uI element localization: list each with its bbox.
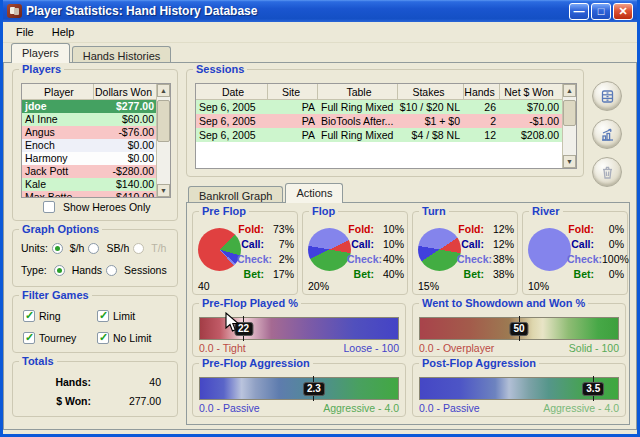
player-row[interactable]: Kale$140.00 bbox=[22, 178, 170, 191]
sessions-scrollbar[interactable]: ▲ ▼ bbox=[562, 84, 576, 168]
type-sessions-radio[interactable] bbox=[106, 265, 117, 276]
window-title: Player Statistics: Hand History Database bbox=[26, 4, 569, 18]
menu-bar: File Help bbox=[3, 22, 637, 43]
limit-checkbox[interactable] bbox=[97, 310, 109, 322]
preflop-played-title: Pre-Flop Played % bbox=[199, 297, 301, 309]
scroll-thumb[interactable] bbox=[563, 100, 576, 126]
totals-hands-row: Hands:40 bbox=[13, 376, 177, 388]
scale-min-label: 0.0 - Overplayer bbox=[419, 342, 494, 354]
maximize-button[interactable]: □ bbox=[591, 3, 611, 20]
player-row[interactable]: Harmony$0.00 bbox=[22, 152, 170, 165]
units-dollars-radio[interactable] bbox=[52, 243, 63, 254]
type-sessions-label: Sessions bbox=[124, 264, 167, 276]
players-groupbox-title: Players bbox=[19, 63, 64, 75]
session-row[interactable]: Sep 6, 2005PA Full Ring Mixed$4 / $8 NL … bbox=[196, 128, 576, 142]
col-dollars-won: Dollars Won bbox=[94, 84, 157, 100]
preflop-aggression-panel: Pre-Flop Aggression 2.3 0.0 - Passive Ag… bbox=[192, 363, 406, 417]
tab-bankroll-graph[interactable]: Bankroll Graph bbox=[188, 186, 283, 203]
postflop-aggression-bar: 3.5 bbox=[419, 377, 619, 400]
col-player: Player bbox=[22, 84, 94, 100]
units-t-label: T/h bbox=[151, 242, 166, 254]
menu-file[interactable]: File bbox=[7, 23, 43, 41]
totals-won-row: $ Won:277.00 bbox=[13, 395, 177, 407]
scroll-thumb[interactable] bbox=[157, 100, 170, 142]
scale-min-label: 0.0 - Passive bbox=[419, 402, 480, 414]
scroll-down-icon[interactable]: ▼ bbox=[157, 184, 170, 197]
preflop-aggression-title: Pre-Flop Aggression bbox=[199, 357, 313, 369]
player-row[interactable]: Max Bette-$410.00 bbox=[22, 191, 170, 198]
player-row[interactable]: Jack Pott-$280.00 bbox=[22, 165, 170, 178]
flop-pie-chart bbox=[308, 228, 351, 271]
postflop-aggression-panel: Post-Flop Aggression 3.5 0.0 - Passive A… bbox=[412, 363, 626, 417]
tourney-checkbox[interactable] bbox=[23, 332, 35, 344]
type-hands-label: Hands bbox=[72, 264, 102, 276]
turn-count: 15% bbox=[418, 280, 439, 292]
show-heroes-label: Show Heroes Only bbox=[63, 201, 151, 213]
showdown-won-title: Went to Showdown and Won % bbox=[419, 297, 588, 309]
player-row[interactable]: Al Inne$60.00 bbox=[22, 113, 170, 126]
tab-hands-histories[interactable]: Hands Histories bbox=[72, 46, 172, 63]
preflop-panel: Pre Flop Fold:73% Call:7% Check:2% Bet:1… bbox=[192, 211, 298, 295]
turn-panel: Turn Fold:12% Call:12% Check:38% Bet:38%… bbox=[412, 211, 518, 295]
filter-tourney[interactable]: Tourney bbox=[23, 332, 97, 344]
session-row[interactable]: Sep 6, 2005PA BioTools After...$1 + $0 2… bbox=[196, 114, 576, 128]
chart-button[interactable] bbox=[592, 119, 622, 149]
app-window: Player Statistics: Hand History Database… bbox=[0, 0, 640, 437]
scale-max-label: Solid - 100 bbox=[569, 342, 619, 354]
minimize-button[interactable]: — bbox=[569, 3, 589, 20]
flop-count: 20% bbox=[308, 280, 329, 292]
tab-actions[interactable]: Actions bbox=[285, 183, 343, 203]
river-panel: River Fold:0% Call:0% Check:100% Bet:0% … bbox=[522, 211, 628, 295]
scroll-up-icon[interactable]: ▲ bbox=[563, 84, 576, 97]
nolimit-checkbox[interactable] bbox=[97, 332, 109, 344]
player-row[interactable]: Angus-$76.00 bbox=[22, 126, 170, 139]
units-sb-radio[interactable] bbox=[88, 243, 99, 254]
player-row[interactable]: Enoch$0.00 bbox=[22, 139, 170, 152]
show-heroes-option[interactable]: Show Heroes Only bbox=[43, 201, 151, 213]
sessions-table: DateSite TableStakes HandsNet $ Won Sep … bbox=[195, 83, 577, 169]
filter-limit[interactable]: Limit bbox=[97, 310, 171, 322]
close-button[interactable]: ✕ bbox=[613, 3, 633, 20]
chart-icon bbox=[600, 127, 615, 142]
postflop-aggression-title: Post-Flop Aggression bbox=[419, 357, 539, 369]
filter-games-groupbox: Filter Games Ring Limit Tourney No Limit bbox=[12, 295, 178, 353]
players-groupbox: Players Player Dollars Won jdoe$277.00 A… bbox=[12, 69, 178, 221]
scroll-up-icon[interactable]: ▲ bbox=[157, 84, 170, 97]
menu-help[interactable]: Help bbox=[43, 23, 84, 41]
sub-tabstrip: Bankroll Graph Actions bbox=[186, 183, 345, 203]
show-heroes-checkbox[interactable] bbox=[43, 201, 55, 213]
flop-panel: Flop Fold:10% Call:10% Check:40% Bet:40%… bbox=[302, 211, 408, 295]
units-t-radio bbox=[133, 243, 144, 254]
units-label: Units: bbox=[21, 242, 48, 254]
players-table-header: Player Dollars Won bbox=[22, 84, 170, 100]
type-label: Type: bbox=[21, 264, 47, 276]
session-row[interactable]: Sep 6, 2005PA Full Ring Mixed$10 / $20 N… bbox=[196, 100, 576, 114]
graph-options-groupbox: Graph Options Units: $/h SB/h T/h Type: … bbox=[12, 229, 178, 287]
player-row[interactable]: jdoe$277.00 bbox=[22, 100, 170, 113]
cardfile-button[interactable] bbox=[592, 81, 622, 111]
type-hands-radio[interactable] bbox=[54, 265, 65, 276]
filter-games-title: Filter Games bbox=[19, 289, 92, 301]
actions-tab-page: Pre Flop Fold:73% Call:7% Check:2% Bet:1… bbox=[186, 202, 630, 425]
tab-players[interactable]: Players bbox=[11, 43, 70, 63]
mouse-cursor bbox=[225, 312, 241, 334]
sessions-groupbox: Sessions DateSite TableStakes HandsNet $… bbox=[186, 69, 584, 177]
units-sb-label: SB/h bbox=[106, 242, 129, 254]
trash-icon bbox=[600, 165, 615, 180]
trash-button bbox=[592, 157, 622, 187]
scale-min-label: 0.0 - Tight bbox=[199, 342, 246, 354]
filter-nolimit[interactable]: No Limit bbox=[97, 332, 171, 344]
scroll-down-icon[interactable]: ▼ bbox=[563, 155, 576, 168]
title-bar: Player Statistics: Hand History Database… bbox=[3, 0, 637, 22]
sessions-title: Sessions bbox=[193, 63, 247, 75]
ring-checkbox[interactable] bbox=[23, 310, 35, 322]
players-tab-page: Players Player Dollars Won jdoe$277.00 A… bbox=[3, 62, 637, 430]
totals-groupbox: Totals Hands:40 $ Won:277.00 bbox=[12, 361, 178, 417]
preflop-aggression-bar: 2.3 bbox=[199, 377, 399, 400]
flop-title: Flop bbox=[309, 205, 338, 217]
preflop-pie-chart bbox=[198, 228, 241, 271]
filter-ring[interactable]: Ring bbox=[23, 310, 97, 322]
scale-max-label: Loose - 100 bbox=[344, 342, 399, 354]
players-scrollbar[interactable]: ▲ ▼ bbox=[156, 84, 170, 197]
preflop-count: 40 bbox=[198, 280, 210, 292]
